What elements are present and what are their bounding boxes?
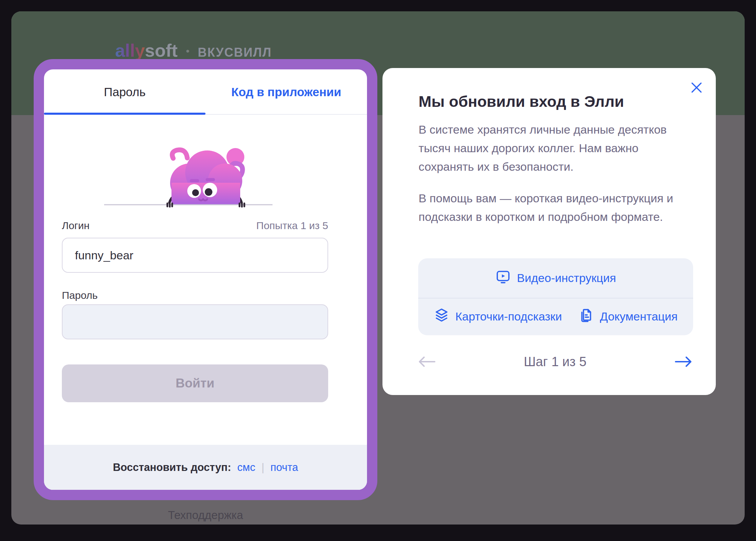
step-prev-button[interactable]	[417, 355, 437, 369]
device-frame: allysoft • ВКУСВИЛЛ Пароль Код в приложе…	[0, 0, 756, 541]
recovery-sms-link[interactable]: смс	[237, 461, 255, 474]
modal-paragraph-2: В помощь вам — короткая видео-инструкция…	[419, 189, 697, 226]
modal-paragraph-1: В системе хранятся личные данные десятко…	[419, 120, 697, 176]
app-logo: allysoft • ВКУСВИЛЛ	[11, 40, 376, 61]
documentation-link[interactable]: Документация	[578, 307, 678, 326]
brand-wordmark: allysoft	[115, 40, 178, 61]
video-instruction-link[interactable]: Видео-инструкция	[495, 269, 616, 288]
step-counter: Шаг 1 из 5	[524, 354, 586, 369]
tab-app-code[interactable]: Код в приложении	[205, 69, 367, 115]
mascot-illustration	[104, 142, 273, 207]
brand-ally: ally	[115, 41, 145, 60]
recovery-email-link[interactable]: почта	[270, 461, 298, 474]
document-icon	[578, 307, 594, 326]
tab-password-label: Пароль	[104, 85, 145, 99]
password-input[interactable]	[62, 304, 328, 339]
login-input[interactable]	[62, 238, 328, 273]
partner-wordmark: ВКУСВИЛЛ	[198, 45, 272, 60]
hint-cards-label: Карточки-подсказки	[455, 310, 562, 323]
tab-password[interactable]: Пароль	[44, 69, 205, 115]
attempt-counter: Попытка 1 из 5	[256, 220, 328, 232]
brand-soft: soft	[145, 41, 178, 60]
onboarding-modal: Мы обновили вход в Элли В системе хранят…	[382, 68, 716, 395]
password-label: Пароль	[62, 290, 98, 301]
submit-button[interactable]: Войти	[62, 364, 328, 402]
recovery-prefix: Восстановить доступ:	[113, 461, 231, 474]
hint-cards-link[interactable]: Карточки-подсказки	[434, 307, 562, 326]
page-background: allysoft • ВКУСВИЛЛ Пароль Код в приложе…	[11, 11, 745, 525]
arrow-left-icon	[417, 364, 437, 370]
support-link[interactable]: Техподдержка	[34, 509, 377, 522]
resources-box: Видео-инструкция Карточки-подсказки	[418, 258, 693, 335]
recovery-divider: |	[262, 461, 264, 474]
logo-separator-dot: •	[186, 45, 190, 57]
step-navigation: Шаг 1 из 5	[382, 348, 716, 375]
login-label: Логин	[62, 220, 90, 232]
login-card: Пароль Код в приложении	[34, 59, 377, 500]
auth-tabs: Пароль Код в приложении	[44, 69, 367, 115]
resources-row-links: Карточки-подсказки Докуме	[418, 298, 693, 335]
video-instruction-label: Видео-инструкция	[517, 271, 616, 285]
resources-row-video: Видео-инструкция	[418, 258, 693, 298]
modal-title: Мы обновили вход в Элли	[419, 93, 693, 111]
layers-icon	[434, 307, 449, 326]
arrow-right-icon	[674, 364, 693, 370]
recovery-footer: Восстановить доступ: смс | почта	[44, 445, 367, 490]
video-player-icon	[495, 269, 511, 288]
documentation-label: Документация	[600, 310, 678, 323]
tab-app-code-label: Код в приложении	[231, 85, 341, 99]
login-field-header: Логин Попытка 1 из 5	[62, 220, 328, 232]
step-next-button[interactable]	[674, 355, 693, 369]
